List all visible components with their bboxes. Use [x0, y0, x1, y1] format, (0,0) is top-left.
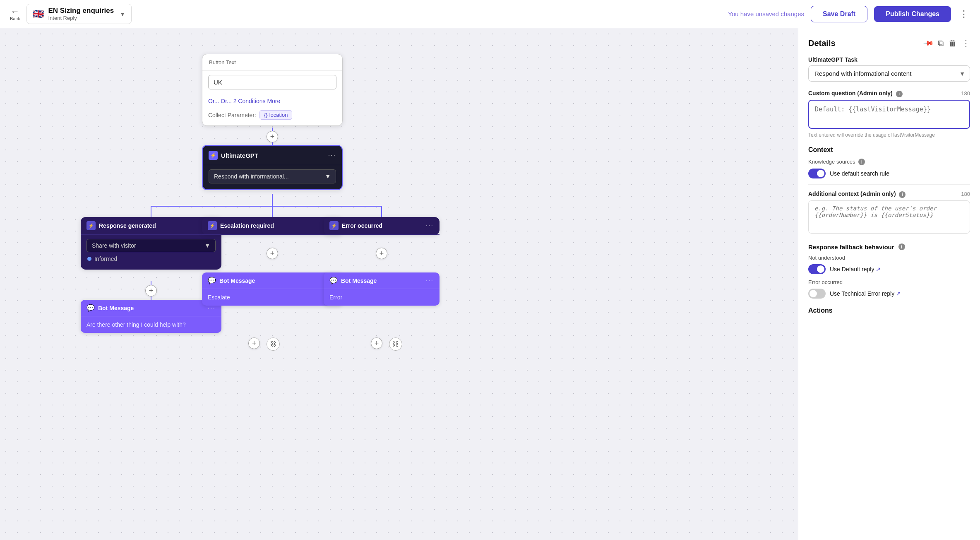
- error-title: ⚡ Error occurred: [329, 221, 382, 230]
- custom-question-info-icon: i: [896, 91, 903, 97]
- ugpt-chevron-icon: ▼: [325, 173, 331, 180]
- bot-escalation-icon: 💬: [208, 277, 216, 284]
- chevron-down-icon: ▼: [120, 11, 125, 17]
- ugpt-task-label: Respond with informational...: [214, 173, 289, 180]
- task-select[interactable]: Respond with informational content: [808, 65, 970, 82]
- response-generated-node: ⚡ Response generated ··· Share with visi…: [81, 217, 221, 270]
- button-text-input[interactable]: [208, 75, 336, 89]
- fallback-section: Response fallback behaviour i Not unders…: [808, 243, 970, 299]
- ugpt-header: ⚡ UltimateGPT ···: [203, 146, 342, 165]
- bot-escalation-body: Escalate: [202, 289, 343, 306]
- add-node-button-response[interactable]: +: [145, 285, 157, 297]
- add-node-bottom-escalation[interactable]: +: [248, 338, 260, 349]
- error-occurred-label: Error occurred: [808, 279, 970, 285]
- knowledge-sources-toggle[interactable]: [808, 169, 826, 178]
- panel-more-icon[interactable]: ⋮: [962, 38, 970, 48]
- add-node-button-1[interactable]: +: [267, 131, 278, 142]
- custom-question-label-row: Custom question (Admin only) i 180: [808, 90, 970, 97]
- bot-error-icon: 💬: [329, 277, 338, 284]
- collect-label: Collect Parameter:: [208, 112, 256, 118]
- save-draft-button[interactable]: Save Draft: [811, 6, 867, 22]
- flow-info: EN Sizing enquiries Intent Reply: [48, 7, 114, 21]
- error-link-icon[interactable]: ↗: [896, 290, 901, 297]
- not-understood-value-text: Use Default reply: [830, 266, 874, 272]
- ugpt-task-select[interactable]: Respond with informational... ▼: [209, 169, 336, 183]
- error-toggle-thumb: [809, 290, 817, 297]
- custom-question-label-text: Custom question (Admin only) i: [808, 90, 903, 97]
- escalation-node: ⚡ Escalation required ···: [202, 217, 343, 235]
- ugpt-more-icon[interactable]: ···: [328, 152, 336, 159]
- response-icon: ⚡: [86, 221, 96, 230]
- knowledge-sources-value: Use default search rule: [830, 170, 889, 177]
- fallback-header: Response fallback behaviour i: [808, 243, 970, 251]
- ugpt-node: ⚡ UltimateGPT ··· Respond with informati…: [202, 145, 343, 190]
- panel-header: Details 📌 ⧉ 🗑 ⋮: [808, 38, 970, 48]
- bot-response-header: 💬 Bot Message ···: [81, 300, 221, 316]
- collect-parameter-row: Collect Parameter: {} location: [202, 110, 342, 125]
- canvas[interactable]: Button Text Or... Or... 2 Conditions Mor…: [0, 28, 798, 540]
- publish-changes-button[interactable]: Publish Changes: [874, 6, 951, 22]
- custom-question-label: Custom question (Admin only): [808, 90, 893, 96]
- not-understood-link-icon[interactable]: ↗: [876, 266, 881, 272]
- share-chevron-icon: ▼: [204, 242, 210, 249]
- additional-context-char-count: 180: [961, 191, 970, 197]
- share-label: Share with visitor: [92, 242, 136, 249]
- delete-icon[interactable]: 🗑: [949, 39, 957, 48]
- copy-icon[interactable]: ⧉: [938, 39, 944, 48]
- bot-escalation-title-text: Bot Message: [219, 277, 255, 284]
- back-button[interactable]: ← Back: [10, 7, 20, 21]
- bot-error-header: 💬 Bot Message ···: [324, 272, 440, 289]
- chain-button-escalation[interactable]: ⛓: [267, 338, 280, 351]
- location-badge: {} location: [259, 110, 293, 120]
- bot-error-title-text: Bot Message: [341, 277, 377, 284]
- add-node-bottom-error[interactable]: +: [371, 338, 382, 349]
- error-value-text: Use Technical Error reply: [830, 290, 894, 297]
- custom-question-input[interactable]: [808, 100, 970, 129]
- response-header: ⚡ Response generated ···: [81, 217, 221, 235]
- not-understood-toggle[interactable]: [808, 264, 826, 274]
- bot-escalation-header: 💬 Bot Message ···: [202, 272, 343, 289]
- unsaved-changes-text: You have unsaved changes: [728, 10, 804, 17]
- ugpt-title: ⚡ UltimateGPT: [209, 151, 258, 160]
- response-body: Share with visitor ▼ Informed: [81, 235, 221, 270]
- ugpt-title-text: UltimateGPT: [221, 152, 258, 159]
- button-text-node: Button Text Or... Or... 2 Conditions Mor…: [202, 54, 343, 126]
- bot-error-more-icon[interactable]: ···: [426, 277, 434, 284]
- knowledge-sources-label: Knowledge sources: [808, 159, 855, 165]
- error-toggle[interactable]: [808, 289, 826, 299]
- header-more-icon[interactable]: ⋮: [958, 7, 970, 21]
- bot-response-body: Are there other thing I could help with?: [81, 316, 221, 333]
- add-node-button-escalation[interactable]: +: [267, 248, 278, 259]
- pin-icon[interactable]: 📌: [923, 37, 934, 49]
- error-more-icon[interactable]: ···: [426, 222, 434, 229]
- flag-icon: 🇬🇧: [33, 9, 44, 19]
- additional-context-input[interactable]: [808, 200, 970, 234]
- error-toggle-row: Use Technical Error reply ↗: [808, 289, 970, 299]
- chain-button-error[interactable]: ⛓: [389, 338, 402, 351]
- bot-message-escalation-node: 💬 Bot Message ··· Escalate: [202, 272, 343, 306]
- response-title: ⚡ Response generated: [86, 221, 156, 230]
- task-section: UltimateGPT Task Respond with informatio…: [808, 56, 970, 82]
- custom-question-char-count: 180: [961, 90, 970, 96]
- flow-selector[interactable]: 🇬🇧 EN Sizing enquiries Intent Reply ▼: [26, 4, 132, 24]
- escalation-header: ⚡ Escalation required ···: [202, 217, 343, 235]
- additional-context-label-text: Additional context (Admin only) i: [808, 190, 906, 198]
- add-node-button-error[interactable]: +: [376, 248, 387, 259]
- error-value: Use Technical Error reply ↗: [830, 290, 901, 297]
- informed-label: Informed: [94, 256, 117, 262]
- share-visitor-select[interactable]: Share with visitor ▼: [86, 239, 216, 252]
- escalation-icon: ⚡: [208, 221, 217, 230]
- bot-response-title-text: Bot Message: [98, 305, 134, 311]
- main: Button Text Or... Or... 2 Conditions Mor…: [0, 28, 980, 540]
- bot-message-error-node: 💬 Bot Message ··· Error: [324, 272, 440, 306]
- bot-escalation-title: 💬 Bot Message: [208, 277, 255, 284]
- bot-message-response-node: 💬 Bot Message ··· Are there other thing …: [81, 300, 221, 333]
- knowledge-sources-row: Knowledge sources i: [808, 159, 970, 166]
- custom-question-hint: Text entered will override the usage of …: [808, 132, 970, 138]
- custom-question-section: Custom question (Admin only) i 180 Text …: [808, 90, 970, 138]
- panel-title: Details: [808, 39, 836, 48]
- bot-response-title: 💬 Bot Message: [86, 304, 134, 312]
- informed-badge: Informed: [86, 252, 216, 265]
- button-text-label: Button Text: [209, 59, 236, 65]
- bot-error-title: 💬 Bot Message: [329, 277, 377, 284]
